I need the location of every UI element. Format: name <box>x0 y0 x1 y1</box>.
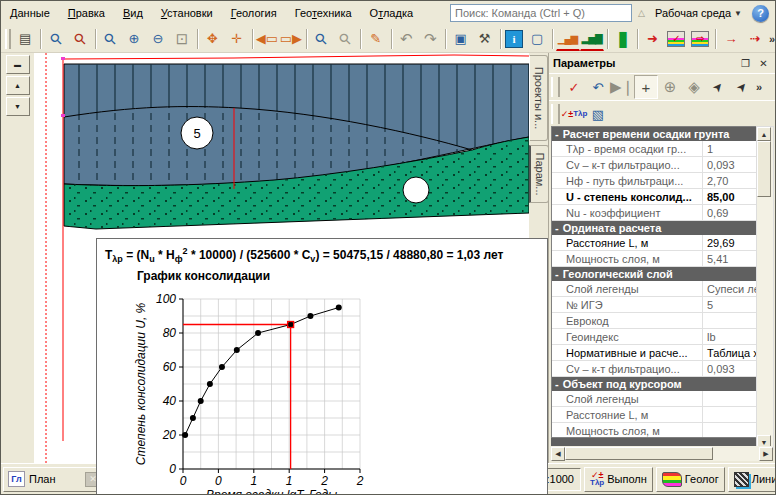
layers-export-icon[interactable]: ⇨ <box>691 31 709 47</box>
menu-item-Установки[interactable]: Установки <box>152 3 222 23</box>
params-toolbar-handle[interactable] <box>551 77 560 97</box>
grid-row-value[interactable] <box>702 391 759 406</box>
grid-row[interactable]: Расстояние L, м29,69 <box>552 235 759 251</box>
grid-row-value[interactable]: Супеси лес <box>702 281 759 296</box>
capture-circle-icon[interactable]: ⊕ <box>658 75 682 99</box>
scroll-right-icon[interactable]: ▶ <box>759 447 773 461</box>
fit-extents-icon[interactable]: ✛ <box>225 27 249 51</box>
collapse-icon[interactable]: - <box>555 378 559 390</box>
menu-item-Данные[interactable]: Данные <box>1 3 59 23</box>
grid-row-value[interactable]: 5,41 <box>702 251 759 266</box>
scale-increase-icon[interactable]: ▭▶ <box>279 27 303 51</box>
info-icon[interactable]: i <box>505 30 523 48</box>
grid-section-header[interactable]: -Расчет времени осадки грунта <box>552 127 759 141</box>
grid-row[interactable]: Геоиндексlb <box>552 329 759 345</box>
grid-row[interactable]: Нормативные и расче...Таблица ха <box>552 345 759 361</box>
undo-edit-icon[interactable]: ↶ <box>586 75 610 99</box>
scroll-up-icon[interactable]: ▲ <box>757 127 771 141</box>
zoom-out-icon[interactable]: ⊖ <box>146 27 170 51</box>
grid-row[interactable]: Мощность слоя, м <box>552 423 759 438</box>
node-arrow-icon[interactable]: ⇢ <box>743 27 767 51</box>
grid-row[interactable]: Слой легенды <box>552 391 759 407</box>
line-arrow-icon[interactable]: → <box>719 27 743 51</box>
grid-row[interactable]: Расстояние L, м <box>552 407 759 423</box>
grid-row[interactable]: Cv – к-т фильтрацио...0,093 <box>552 361 759 377</box>
workspace-menu[interactable]: Рабочая среда ▼ <box>651 5 746 21</box>
menu-item-Геотехника[interactable]: Геотехника <box>286 3 361 23</box>
status-button-Линии[interactable]: Линии <box>728 467 776 492</box>
grid-row[interactable]: № ИГЭ5 <box>552 297 759 313</box>
redo-icon[interactable]: ↷ <box>418 27 442 51</box>
grid-row-value[interactable]: 2,70 <box>702 173 759 188</box>
grid-row[interactable]: Нф - путь фильтраци...2,70 <box>552 173 759 189</box>
export-section-icon[interactable]: ➜ <box>640 27 664 51</box>
toolbar-handle[interactable] <box>5 29 11 49</box>
zoom-select-secondary-icon[interactable]: ⚲ <box>328 22 362 56</box>
grid-row-value[interactable] <box>702 313 759 328</box>
frame-select-icon[interactable]: ▢ <box>525 27 549 51</box>
grid-row[interactable]: Nu - коэффициент0,69 <box>552 205 759 221</box>
grid-row-value[interactable]: 0,093 <box>702 361 759 376</box>
histogram-chart-icon[interactable]: ▂▅▇ <box>580 26 604 51</box>
menu-item-Отладка[interactable]: Отладка <box>361 3 423 23</box>
paste-icon[interactable]: ▤ <box>13 27 37 51</box>
grid-row[interactable]: Слой легендыСупеси лес <box>552 281 759 297</box>
brush-icon[interactable]: ✎ <box>364 27 388 51</box>
grid-row[interactable]: U - степень консолид...85,00 <box>552 189 759 205</box>
grid-row[interactable]: Мощность слоя, м5,41 <box>552 251 759 267</box>
apply-layers-icon[interactable]: ✓ <box>667 31 685 47</box>
preview-chart-icon[interactable]: ▧ <box>586 102 610 126</box>
collapse-icon[interactable]: - <box>555 128 559 140</box>
grid-row-value[interactable]: 1 <box>702 141 759 156</box>
float-panel-icon[interactable]: ❐ <box>738 56 753 70</box>
run-calculation-icon[interactable]: ✓±Тλр <box>562 102 586 126</box>
menu-item-Вид[interactable]: Вид <box>114 3 152 23</box>
profile-chart-icon[interactable]: ▁▄▆ <box>556 26 580 51</box>
grid-row-value[interactable]: 0,69 <box>702 205 759 220</box>
vertical-scroll-thumb[interactable] <box>757 141 771 197</box>
grid-row-value[interactable]: 0,093 <box>702 157 759 172</box>
grid-row[interactable]: Cv – к-т фильтрацио...0,093 <box>552 157 759 173</box>
scroll-down-button[interactable]: ▼ <box>6 97 30 116</box>
status-button-Геолог[interactable]: Геолог <box>656 467 725 492</box>
command-search-input[interactable] <box>450 4 632 22</box>
grid-vertical-scrollbar[interactable]: ▲ ▼ <box>756 126 774 450</box>
scale-decrease-icon[interactable]: ◀▭ <box>255 27 279 51</box>
grid-section-header[interactable]: -Объект под курсором <box>552 377 759 391</box>
legend-book-icon[interactable]: ❚ <box>610 27 634 51</box>
cursor-text-icon[interactable]: ➤ <box>725 70 759 104</box>
tools-hammer-icon[interactable]: ⚒ <box>473 27 497 51</box>
side-tab-2[interactable]: Парам... <box>529 145 549 203</box>
tab-longitudinal-profile[interactable]: Продольный профиль <box>1 308 34 320</box>
grid-row[interactable]: Тλр - время осадки гр...1 <box>552 141 759 157</box>
grid-section-header[interactable]: -Ордината расчета <box>552 221 759 235</box>
collapse-icon[interactable]: - <box>555 268 559 280</box>
status-button-Выполн[interactable]: ✓±ТλрВыполн <box>584 467 653 492</box>
toolbox-icon[interactable]: ▣ <box>449 27 473 51</box>
collapse-strip-button[interactable]: ▬ <box>6 55 30 74</box>
apply-check-icon[interactable]: ✓ <box>562 75 586 99</box>
menu-item-Правка[interactable]: Правка <box>59 3 114 23</box>
close-panel-icon[interactable]: ✕ <box>756 56 771 70</box>
view-tab-План[interactable]: ГлПлан✕ <box>3 467 106 492</box>
grid-row-value[interactable] <box>702 407 759 422</box>
grid-horizontal-scrollbar[interactable]: ◀ ▶ <box>551 446 773 461</box>
pin-icon[interactable]: △ <box>638 8 645 18</box>
grid-row-value[interactable]: 29,69 <box>702 235 759 250</box>
zoom-previous-icon[interactable]: ⚲ <box>63 22 97 56</box>
zoom-in-icon[interactable]: ⊕ <box>122 27 146 51</box>
scroll-up-button[interactable]: ▲ <box>6 76 30 95</box>
params-toolbar2-handle[interactable] <box>551 104 560 124</box>
grid-row-value[interactable] <box>702 423 759 438</box>
toolbar-overflow-icon[interactable]: » <box>769 33 775 45</box>
horizontal-scroll-thumb[interactable] <box>565 447 713 460</box>
grid-row-value[interactable]: 5 <box>702 297 759 312</box>
menu-item-Геология[interactable]: Геология <box>222 3 286 23</box>
collapse-icon[interactable]: - <box>555 222 559 234</box>
scroll-left-icon[interactable]: ◀ <box>551 447 565 461</box>
side-tab-1[interactable]: Проекты и... <box>529 55 548 141</box>
zoom-window-icon[interactable]: ⊡ <box>170 27 194 51</box>
help-icon[interactable]: ? <box>752 5 769 22</box>
grid-row-value[interactable]: Таблица ха <box>702 345 759 360</box>
step-forward-icon[interactable]: ▶❘ <box>610 75 634 99</box>
